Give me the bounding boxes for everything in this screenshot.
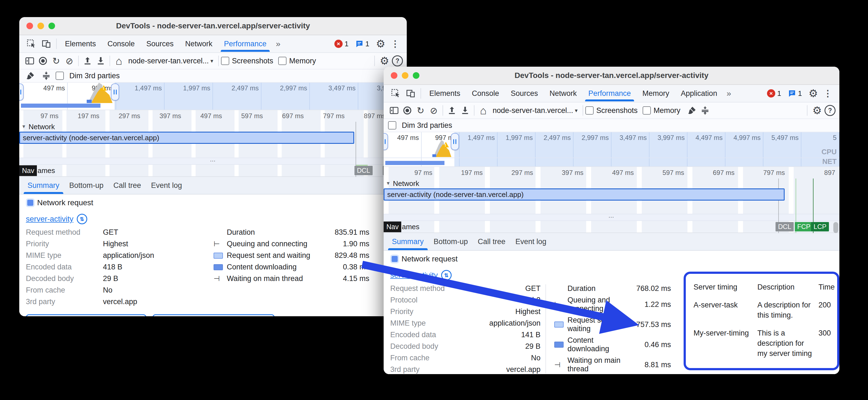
clear-icon[interactable]: ⊘	[427, 104, 440, 117]
memory-checkbox[interactable]	[278, 57, 286, 65]
reveal-in-network-icon[interactable]: ⇅	[441, 270, 452, 281]
overflow-menu-icon[interactable]: ⋮	[821, 88, 834, 98]
issues-badge[interactable]: 1	[355, 40, 369, 48]
reload-and-record-icon[interactable]: ↻	[50, 54, 63, 67]
page-select[interactable]: node-server-tan.vercel...	[128, 57, 209, 65]
insight-chip[interactable]: Insight Network dependency tree	[26, 314, 147, 316]
record-icon[interactable]	[36, 54, 50, 67]
tab-console[interactable]: Console	[466, 85, 505, 102]
collapsed-tracks-row[interactable]: ⋯	[19, 158, 407, 165]
tab-elements[interactable]: Elements	[424, 85, 466, 102]
load-profile-icon[interactable]	[81, 54, 94, 67]
tab-sources[interactable]: Sources	[505, 85, 544, 102]
reload-and-record-icon[interactable]: ↻	[414, 104, 427, 117]
table-cell: 200	[818, 300, 838, 320]
tab-event-log[interactable]: Event log	[148, 177, 185, 194]
collect-garbage-icon[interactable]	[24, 69, 37, 82]
tab-event-log[interactable]: Event log	[513, 233, 549, 250]
tab-summary[interactable]: Summary	[389, 233, 427, 250]
timeline-overview[interactable]: 497 ms 997 ms 1,497 ms 1,997 ms 2,497 ms…	[384, 132, 839, 167]
home-icon[interactable]: ⌂	[477, 104, 490, 117]
tab-bottom-up[interactable]: Bottom-up	[67, 177, 106, 194]
compress-view-icon[interactable]	[699, 104, 712, 117]
tab-memory[interactable]: Memory	[637, 85, 675, 102]
device-toolbar-icon[interactable]	[39, 36, 53, 52]
more-tabs-button[interactable]: »	[273, 39, 284, 49]
dim-3rd-parties-checkbox[interactable]	[56, 72, 64, 80]
tab-summary[interactable]: Summary	[25, 177, 62, 194]
duration-breakdown: Duration835.91 ms ⊢Queuing and connectin…	[214, 228, 369, 283]
window-title: DevTools - node-server-tan.vercel.app/se…	[384, 71, 839, 80]
home-icon[interactable]: ⌂	[112, 54, 125, 67]
tab-performance[interactable]: Performance	[218, 36, 272, 52]
inspect-element-icon[interactable]	[389, 86, 403, 101]
nav-badge: Nav	[19, 165, 37, 176]
tab-network[interactable]: Network	[180, 36, 218, 52]
help-icon[interactable]: ?	[392, 55, 403, 66]
page-select[interactable]: node-server-tan.vercel...	[493, 106, 573, 115]
record-icon[interactable]	[401, 104, 414, 117]
help-icon[interactable]: ?	[825, 105, 836, 116]
issues-badge[interactable]: 1	[788, 89, 802, 98]
toggle-sidebar-icon[interactable]	[23, 54, 36, 67]
tab-elements[interactable]: Elements	[59, 36, 101, 52]
clear-icon[interactable]: ⊘	[63, 54, 76, 67]
settings-gear-icon[interactable]: ⚙	[806, 88, 821, 98]
triangle-down-icon: ▼	[22, 124, 26, 130]
toggle-sidebar-icon[interactable]	[388, 104, 401, 117]
tab-sources[interactable]: Sources	[141, 36, 179, 52]
scrollbar-thumb[interactable]	[833, 222, 838, 233]
collapsed-tracks-row[interactable]: ⋯	[384, 214, 839, 221]
screenshots-checkbox[interactable]	[221, 57, 229, 65]
overflow-menu-icon[interactable]: ⋮	[389, 38, 402, 49]
screenshots-checkbox[interactable]	[585, 106, 594, 115]
inspect-element-icon[interactable]	[24, 36, 38, 52]
settings-gear-icon[interactable]: ⚙	[373, 38, 388, 49]
errors-badge[interactable]: × 1	[767, 89, 781, 98]
nav-badge: Nav	[384, 222, 401, 232]
errors-badge[interactable]: × 1	[334, 40, 348, 48]
table-cell: 300	[818, 328, 838, 359]
tab-application[interactable]: Application	[675, 85, 723, 102]
overview-right-handle[interactable]	[451, 133, 459, 150]
network-request-bar[interactable]: server-activity (node-server-tan.vercel.…	[19, 132, 354, 144]
device-toolbar-icon[interactable]	[403, 86, 418, 101]
request-link[interactable]: server-activity	[26, 215, 73, 223]
tab-bottom-up[interactable]: Bottom-up	[431, 233, 471, 250]
reveal-in-network-icon[interactable]: ⇅	[77, 214, 87, 224]
network-track-header[interactable]: ▼ Network	[19, 122, 407, 132]
timeline-overview[interactable]: 497 ms 997 ms 1,497 ms 1,997 ms 2,497 ms…	[19, 83, 407, 110]
window-titlebar[interactable]: DevTools - node-server-tan.vercel.app/se…	[19, 17, 407, 35]
memory-checkbox[interactable]	[643, 106, 651, 115]
tab-console[interactable]: Console	[102, 36, 141, 52]
load-profile-icon[interactable]	[445, 104, 459, 117]
capture-settings-gear-icon[interactable]: ⚙	[377, 56, 392, 66]
tab-call-tree[interactable]: Call tree	[475, 233, 508, 250]
request-link[interactable]: server-activity	[390, 271, 438, 280]
network-track-header[interactable]: ▼ Network	[384, 178, 839, 189]
collect-garbage-icon[interactable]	[685, 104, 699, 117]
tab-performance[interactable]: Performance	[583, 85, 637, 102]
save-profile-icon[interactable]	[459, 104, 472, 117]
save-profile-icon[interactable]	[94, 54, 107, 67]
compress-view-icon[interactable]	[40, 69, 53, 82]
insight-chip[interactable]: Insight Document request latency	[152, 314, 275, 316]
overview-left-handle[interactable]	[19, 83, 24, 101]
tab-call-tree[interactable]: Call tree	[111, 177, 144, 194]
more-tabs-button[interactable]: »	[723, 89, 735, 98]
network-request-bar[interactable]: server-activity (node-server-tan.vercel.…	[384, 189, 785, 201]
overview-right-handle[interactable]	[111, 83, 119, 101]
memory-label: Memory	[654, 106, 681, 115]
overview-left-handle[interactable]	[384, 133, 388, 150]
track-empty-area	[384, 201, 839, 214]
window-titlebar[interactable]: DevTools - node-server-tan.vercel.app/se…	[384, 67, 839, 85]
performance-toolbar: ↻ ⊘ ⌂ node-server-tan.vercel... ▾ Screen…	[384, 103, 839, 119]
tab-network[interactable]: Network	[544, 85, 582, 102]
waiting-swatch	[214, 253, 223, 259]
dim-3rd-parties-checkbox[interactable]	[388, 121, 396, 130]
dim-3rd-parties-label: Dim 3rd parties	[402, 121, 452, 130]
capture-settings-gear-icon[interactable]: ⚙	[810, 105, 825, 116]
chevron-down-icon: ▾	[211, 58, 213, 64]
window-title: DevTools - node-server-tan.vercel.app/se…	[19, 22, 407, 30]
net-track-label: NET	[822, 157, 837, 166]
